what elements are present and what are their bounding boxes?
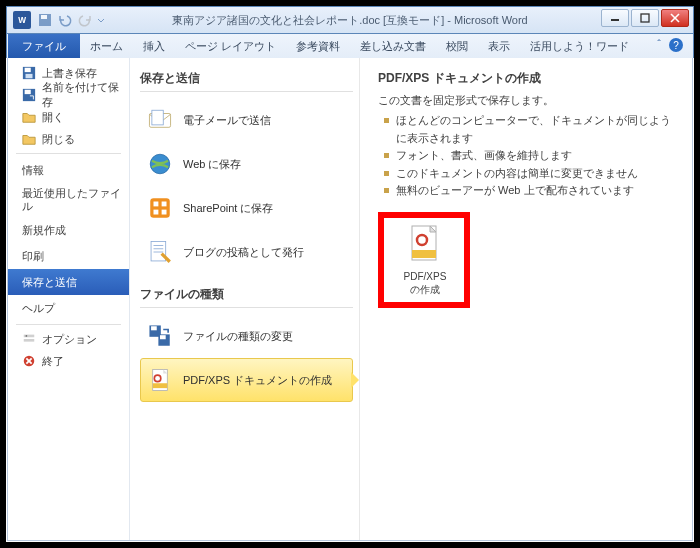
svg-rect-37: [153, 383, 168, 388]
send-email[interactable]: 電子メールで送信: [140, 98, 353, 142]
svg-rect-10: [26, 74, 33, 78]
changetype-icon: [147, 323, 173, 349]
tab-file[interactable]: ファイル: [8, 34, 80, 58]
svg-rect-3: [41, 15, 47, 19]
sidebar-options[interactable]: オプション: [8, 328, 129, 350]
pdf-doc-icon: [408, 224, 442, 264]
quick-access-toolbar: [37, 12, 105, 28]
svg-rect-23: [150, 198, 170, 218]
bullet: このドキュメントの内容は簡単に変更できません: [382, 165, 678, 183]
mid-label: 電子メールで送信: [183, 113, 271, 128]
sidebar-label: 上書き保存: [42, 66, 97, 81]
close-folder-icon: [22, 132, 36, 146]
mail-icon: [147, 107, 173, 133]
svg-text:W: W: [18, 16, 26, 25]
bullet: 無料のビューアーが Web 上で配布されています: [382, 182, 678, 200]
sidebar-close[interactable]: 閉じる: [8, 128, 129, 150]
close-button[interactable]: [661, 9, 689, 27]
window-controls: [599, 9, 689, 27]
svg-rect-14: [24, 339, 35, 342]
section-heading: ファイルの種類: [140, 286, 353, 303]
publish-blog[interactable]: ブログの投稿として発行: [140, 230, 353, 274]
word-app-icon: W: [13, 11, 31, 29]
details-heading: PDF/XPS ドキュメントの作成: [378, 70, 678, 87]
svg-point-15: [26, 335, 28, 337]
sidebar-new[interactable]: 新規作成: [8, 217, 129, 243]
tab-insert[interactable]: 挿入: [133, 35, 175, 58]
button-label: PDF/XPS の作成: [388, 270, 462, 296]
bullet: ほとんどのコンピューターで、ドキュメントが同じように表示されます: [382, 112, 678, 147]
tab-page-layout[interactable]: ページ レイアウト: [175, 35, 286, 58]
sidebar-label: 終了: [42, 354, 64, 369]
sidebar-recent[interactable]: 最近使用したファイル: [8, 183, 129, 217]
maximize-button[interactable]: [631, 9, 659, 27]
svg-rect-40: [412, 250, 436, 258]
create-pdf-xps[interactable]: PDF/XPS ドキュメントの作成: [140, 358, 353, 402]
tab-review[interactable]: 校閲: [436, 35, 478, 58]
ribbon-minimize-icon[interactable]: ˆ: [657, 38, 661, 52]
details-bullets: ほとんどのコンピューターで、ドキュメントが同じように表示されます フォント、書式…: [382, 112, 678, 200]
help-icon[interactable]: ?: [669, 38, 683, 52]
save-icon: [22, 66, 36, 80]
svg-rect-27: [162, 210, 167, 215]
mid-label: SharePoint に保存: [183, 201, 273, 216]
pdf-icon: [147, 367, 173, 393]
mid-label: ファイルの種類の変更: [183, 329, 293, 344]
mid-label: Web に保存: [183, 157, 241, 172]
highlight-box: PDF/XPS の作成: [378, 212, 470, 308]
svg-rect-28: [151, 241, 166, 261]
backstage-view: 上書き保存 名前を付けて保存 開く 閉じる 情報 最近使用したファイル 新規作成…: [7, 58, 693, 541]
svg-rect-12: [25, 90, 31, 94]
mid-label: PDF/XPS ドキュメントの作成: [183, 373, 332, 388]
svg-rect-33: [151, 326, 157, 330]
sidebar-label: 名前を付けて保存: [42, 80, 121, 110]
details-desc: この文書を固定形式で保存します。: [378, 93, 678, 108]
sidebar-exit[interactable]: 終了: [8, 350, 129, 372]
sidebar-save-send[interactable]: 保存と送信: [8, 269, 129, 295]
globe-icon: [147, 151, 173, 177]
qat-dropdown-icon[interactable]: [97, 12, 105, 28]
tab-home[interactable]: ホーム: [80, 35, 133, 58]
redo-icon[interactable]: [77, 12, 93, 28]
title-bar: W 東南アジア諸国の文化と社会レポート.doc [互換モード] - Micros…: [6, 6, 694, 34]
undo-icon[interactable]: [57, 12, 73, 28]
save-send-column: 保存と送信 電子メールで送信 Web に保存 SharePoint に保存 ブロ…: [130, 58, 360, 540]
sharepoint-icon: [147, 195, 173, 221]
backstage-sidebar: 上書き保存 名前を付けて保存 開く 閉じる 情報 最近使用したファイル 新規作成…: [8, 58, 130, 540]
bullet: フォント、書式、画像を維持します: [382, 147, 678, 165]
section-heading: 保存と送信: [140, 70, 353, 87]
sidebar-print[interactable]: 印刷: [8, 243, 129, 269]
svg-rect-13: [24, 335, 35, 338]
svg-rect-26: [154, 210, 159, 215]
create-pdf-xps-button[interactable]: PDF/XPS の作成: [388, 224, 462, 296]
saveas-icon: [22, 88, 36, 102]
tab-mailings[interactable]: 差し込み文書: [350, 35, 436, 58]
exit-icon: [22, 354, 36, 368]
svg-rect-35: [160, 335, 166, 339]
svg-rect-5: [641, 14, 649, 22]
minimize-button[interactable]: [601, 9, 629, 27]
details-pane: PDF/XPS ドキュメントの作成 この文書を固定形式で保存します。 ほとんどの…: [360, 58, 692, 540]
sidebar-saveas[interactable]: 名前を付けて保存: [8, 84, 129, 106]
svg-rect-20: [152, 110, 163, 125]
save-web[interactable]: Web に保存: [140, 142, 353, 186]
options-icon: [22, 332, 36, 346]
sidebar-label: 開く: [42, 110, 64, 125]
sidebar-label: オプション: [42, 332, 97, 347]
save-sharepoint[interactable]: SharePoint に保存: [140, 186, 353, 230]
svg-rect-9: [25, 68, 31, 72]
open-folder-icon: [22, 110, 36, 124]
tab-references[interactable]: 参考資料: [286, 35, 350, 58]
ribbon-tabs: ファイル ホーム 挿入 ページ レイアウト 参考資料 差し込み文書 校閲 表示 …: [6, 34, 694, 58]
save-icon[interactable]: [37, 12, 53, 28]
tab-addin[interactable]: 活用しよう！ワード: [520, 35, 639, 58]
tab-view[interactable]: 表示: [478, 35, 520, 58]
blog-icon: [147, 239, 173, 265]
svg-rect-24: [154, 202, 159, 207]
svg-rect-25: [162, 202, 167, 207]
change-file-type[interactable]: ファイルの種類の変更: [140, 314, 353, 358]
sidebar-help[interactable]: ヘルプ: [8, 295, 129, 321]
window-title: 東南アジア諸国の文化と社会レポート.doc [互換モード] - Microsof…: [7, 13, 693, 28]
sidebar-info[interactable]: 情報: [8, 157, 129, 183]
mid-label: ブログの投稿として発行: [183, 245, 304, 260]
